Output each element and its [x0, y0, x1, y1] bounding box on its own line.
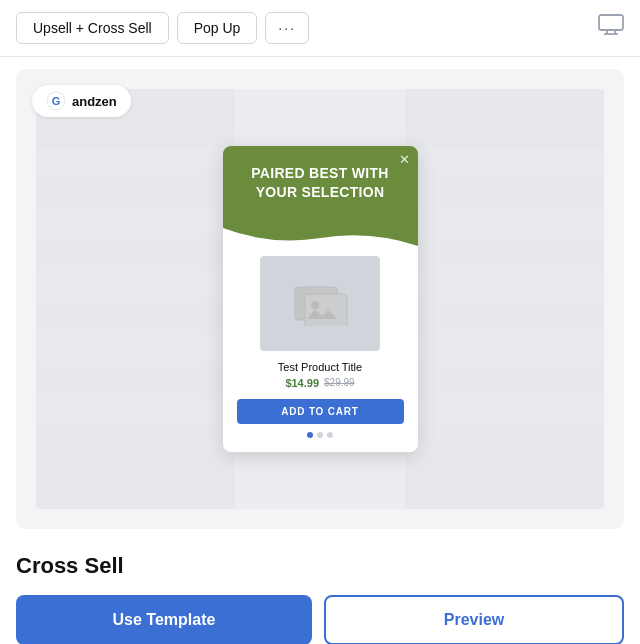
- product-title: Test Product Title: [237, 361, 404, 373]
- bottom-section: Cross Sell Use Template Preview: [0, 541, 640, 644]
- price-sale: $14.99: [285, 377, 319, 389]
- use-template-button[interactable]: Use Template: [16, 595, 312, 644]
- dot-1: [307, 432, 313, 438]
- svg-rect-0: [599, 15, 623, 30]
- preview-button[interactable]: Preview: [324, 595, 624, 644]
- andzen-logo-icon: G: [46, 91, 66, 111]
- svg-text:G: G: [52, 95, 61, 107]
- tab-upsell-cross-sell[interactable]: Upsell + Cross Sell: [16, 12, 169, 44]
- wave-svg: [223, 228, 418, 246]
- andzen-logo-text: andzen: [72, 94, 117, 109]
- popup-header-text: PAIRED BEST WITH YOUR SELECTION: [237, 164, 404, 200]
- popup-body: Test Product Title $14.99 $29.99 ADD TO …: [223, 246, 418, 452]
- image-placeholder-icon: [293, 281, 348, 326]
- tab-more-button[interactable]: ···: [265, 12, 309, 44]
- add-to-cart-button[interactable]: ADD TO CART: [237, 399, 404, 424]
- section-title: Cross Sell: [16, 553, 624, 579]
- card-preview-area: G andzen ✕ PAIRED BEST WITH YOUR SELECTI…: [16, 69, 624, 529]
- product-image-placeholder: [260, 256, 380, 351]
- popup-preview-card: ✕ PAIRED BEST WITH YOUR SELECTION: [223, 146, 418, 451]
- price-row: $14.99 $29.99: [237, 377, 404, 389]
- dot-2: [317, 432, 323, 438]
- svg-rect-7: [305, 294, 347, 326]
- popup-wave-divider: [223, 228, 418, 246]
- top-bar: Upsell + Cross Sell Pop Up ···: [0, 0, 640, 57]
- monitor-icon[interactable]: [598, 14, 624, 42]
- popup-close-icon: ✕: [399, 152, 410, 167]
- dot-3: [327, 432, 333, 438]
- tab-pop-up[interactable]: Pop Up: [177, 12, 258, 44]
- action-buttons: Use Template Preview: [16, 595, 624, 644]
- price-original: $29.99: [324, 377, 355, 388]
- svg-point-8: [311, 301, 319, 309]
- andzen-logo: G andzen: [32, 85, 131, 117]
- carousel-dots: [237, 432, 404, 438]
- popup-header: ✕ PAIRED BEST WITH YOUR SELECTION: [223, 146, 418, 228]
